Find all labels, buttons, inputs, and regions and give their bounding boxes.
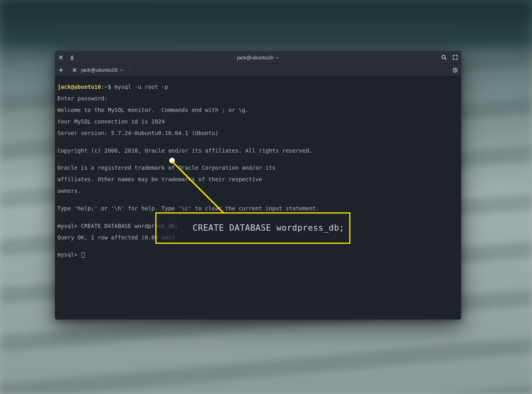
- window-titlebar: jack@ubuntu16: ~: [55, 51, 461, 64]
- terminal-output: Copyright (c) 2000, 2018, Oracle and/or …: [57, 148, 459, 154]
- terminal-window: jack@ubuntu16: ~ jack@ubuntu16: ~: [55, 51, 461, 320]
- prompt-colon: :: [101, 84, 104, 90]
- history-button[interactable]: [449, 67, 461, 73]
- close-icon[interactable]: [72, 67, 77, 73]
- command-text: mysql -u root -p: [111, 84, 168, 90]
- annotation-callout: CREATE DATABASE wordpress_db;: [155, 212, 350, 244]
- terminal-output: affiliates. Other names may be trademark…: [57, 176, 459, 182]
- search-icon[interactable]: [441, 55, 447, 60]
- mysql-prompt: mysql>: [57, 251, 81, 258]
- svg-point-0: [442, 55, 445, 59]
- tab-label: jack@ubuntu16: ~: [81, 67, 123, 73]
- desktop-background-top: [0, 0, 532, 48]
- terminal-viewport[interactable]: jack@ubuntu16:~$ mysql -u root -p Enter …: [55, 76, 461, 320]
- tab-terminal[interactable]: jack@ubuntu16: ~: [67, 64, 135, 76]
- mysql-prompt-line: mysql>: [57, 252, 459, 258]
- terminal-output: owners.: [57, 188, 459, 194]
- download-icon[interactable]: [69, 55, 75, 60]
- terminal-output: Welcome to the MySQL monitor. Commands e…: [57, 107, 459, 113]
- cursor: [82, 252, 85, 258]
- prompt-user: jack: [57, 84, 71, 90]
- fullscreen-icon[interactable]: [452, 55, 458, 60]
- history-icon: [452, 67, 458, 73]
- terminal-output: Oracle is a registered trademark of Orac…: [57, 165, 459, 171]
- terminal-output: Type 'help;' or '\h' for help. Type '\c'…: [57, 206, 459, 212]
- prompt-symbol: $: [108, 84, 111, 90]
- prompt-host: ubuntu16: [74, 84, 101, 90]
- new-tab-button[interactable]: [55, 64, 67, 76]
- terminal-output: Your MySQL connection id is 1024: [57, 119, 459, 125]
- close-icon[interactable]: [58, 55, 64, 60]
- plus-icon: [58, 67, 64, 73]
- annotation-dot: [169, 158, 175, 163]
- tab-bar: jack@ubuntu16: ~: [55, 64, 461, 76]
- prompt-at: @: [71, 84, 74, 90]
- terminal-output: Server version: 5.7.24-0ubuntu0.16.04.1 …: [57, 130, 459, 136]
- callout-text: CREATE DATABASE wordpress_db;: [193, 223, 344, 233]
- terminal-output: Enter password:: [57, 96, 459, 102]
- prompt-line: jack@ubuntu16:~$ mysql -u root -p: [57, 84, 459, 90]
- window-title: jack@ubuntu16: ~: [138, 55, 378, 61]
